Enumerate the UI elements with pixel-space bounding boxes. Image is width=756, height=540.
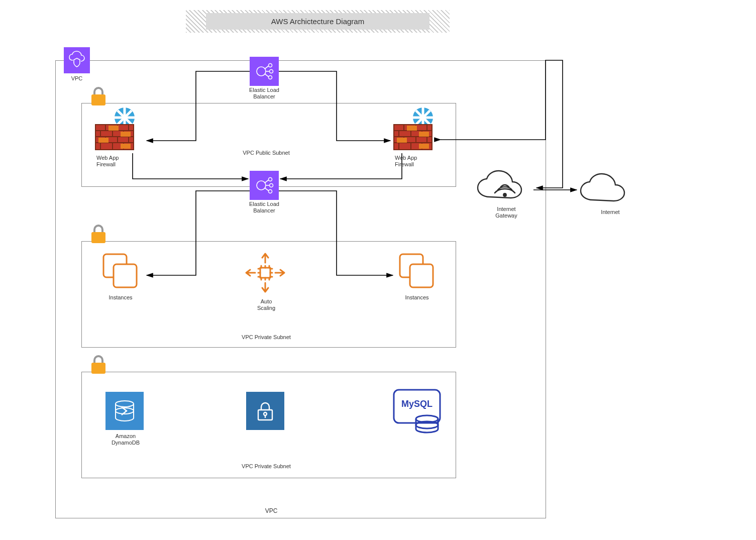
elb-top-label: Elastic Load Balancer xyxy=(241,87,287,100)
svg-point-93 xyxy=(503,193,506,196)
svg-point-2 xyxy=(270,70,273,73)
public-subnet-label: VPC Public Subnet xyxy=(231,150,301,156)
svg-point-3 xyxy=(269,76,272,79)
vpc-icon xyxy=(64,47,90,73)
diagram-canvas: AWS Archictecture Diagram VPC VPC Elasti… xyxy=(0,0,756,540)
mysql-icon: MySQL xyxy=(392,388,442,436)
instances-right-icon xyxy=(397,251,437,291)
instances-right-label: Instances xyxy=(397,294,437,301)
instances-left-icon xyxy=(100,251,141,291)
svg-rect-54 xyxy=(407,126,417,131)
private-subnet-2-label: VPC Private Subnet xyxy=(226,463,306,470)
internet-gateway-label: Internet Gateway xyxy=(486,206,526,219)
svg-line-62 xyxy=(265,180,269,183)
title-container: AWS Archictecture Diagram xyxy=(186,10,450,33)
private-subnet-1-label: VPC Private Subnet xyxy=(226,334,306,341)
waf-right-label: Web App Firewall xyxy=(395,155,440,168)
elb-mid-icon xyxy=(250,171,279,200)
private-subnet-lock-icon xyxy=(246,392,284,430)
svg-rect-29 xyxy=(109,126,119,131)
autoscaling-label: Auto Scaling xyxy=(246,298,286,311)
instances-left-label: Instances xyxy=(100,294,141,301)
svg-line-6 xyxy=(265,74,269,77)
svg-rect-31 xyxy=(121,132,131,137)
svg-text:MySQL: MySQL xyxy=(401,399,433,409)
waf-left-icon xyxy=(93,106,141,152)
dynamodb-label: Amazon DynamoDB xyxy=(100,433,151,446)
svg-rect-69 xyxy=(410,264,433,287)
svg-rect-56 xyxy=(419,132,429,137)
svg-rect-70 xyxy=(260,268,270,278)
svg-rect-83 xyxy=(91,363,105,374)
internet-label: Internet xyxy=(593,209,628,215)
autoscaling-icon xyxy=(241,249,289,297)
internet-gateway-icon xyxy=(475,169,533,207)
svg-rect-57 xyxy=(419,144,429,149)
elb-mid-label: Elastic Load Balancer xyxy=(241,201,287,214)
dynamodb-icon xyxy=(105,392,144,430)
lock-icon xyxy=(88,354,109,376)
vpc-icon-label: VPC xyxy=(64,75,90,82)
diagram-title: AWS Archictecture Diagram xyxy=(206,13,429,30)
svg-line-64 xyxy=(265,188,269,191)
waf-right-icon xyxy=(392,106,440,152)
svg-point-84 xyxy=(116,401,134,407)
svg-rect-55 xyxy=(397,138,407,143)
lock-icon xyxy=(88,85,109,107)
svg-line-4 xyxy=(265,66,269,69)
waf-left-label: Web App Firewall xyxy=(96,155,142,168)
internet-icon xyxy=(578,173,636,208)
svg-rect-7 xyxy=(91,94,105,105)
svg-point-60 xyxy=(270,184,273,187)
svg-point-61 xyxy=(269,190,272,193)
svg-rect-67 xyxy=(114,264,137,287)
lock-icon xyxy=(88,223,109,245)
svg-rect-30 xyxy=(98,138,109,143)
svg-point-58 xyxy=(257,181,266,190)
svg-rect-32 xyxy=(121,144,131,149)
vpc-bottom-label: VPC xyxy=(221,507,321,514)
svg-point-0 xyxy=(257,67,266,76)
svg-point-87 xyxy=(264,412,267,415)
svg-rect-65 xyxy=(91,232,105,243)
svg-point-1 xyxy=(269,64,272,67)
svg-point-59 xyxy=(269,178,272,181)
elb-top-icon xyxy=(250,57,279,86)
